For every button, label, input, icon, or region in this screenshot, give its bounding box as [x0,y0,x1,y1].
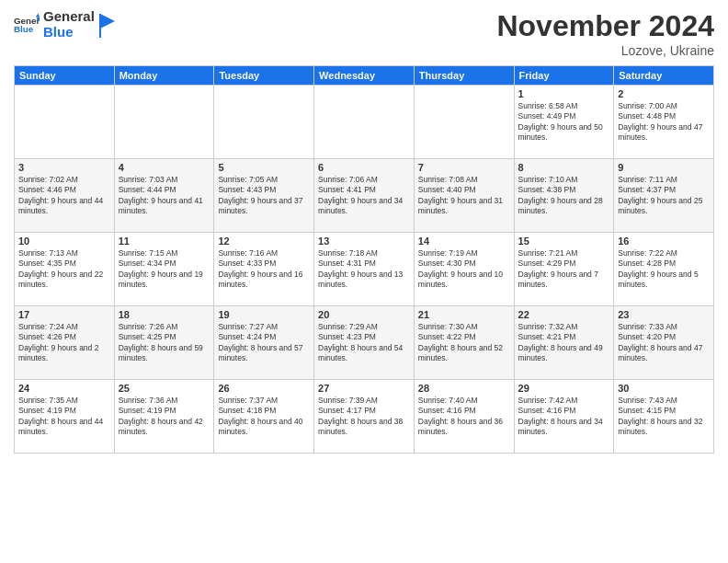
day-number: 4 [119,162,210,173]
day-info: Sunrise: 7:11 AM Sunset: 4:37 PM Dayligh… [618,175,710,217]
day-info: Sunrise: 7:18 AM Sunset: 4:31 PM Dayligh… [318,248,410,291]
week-row-5: 24Sunrise: 7:35 AM Sunset: 4:19 PM Dayli… [15,380,714,454]
day-info: Sunrise: 7:35 AM Sunset: 4:19 PM Dayligh… [18,396,110,438]
day-info: Sunrise: 6:58 AM Sunset: 4:49 PM Dayligh… [518,101,610,144]
day-number: 29 [518,383,610,394]
week-row-2: 3Sunrise: 7:02 AM Sunset: 4:46 PM Daylig… [15,159,714,233]
day-info: Sunrise: 7:21 AM Sunset: 4:29 PM Dayligh… [518,248,610,291]
day-info: Sunrise: 7:08 AM Sunset: 4:40 PM Dayligh… [418,175,510,217]
logo: General Blue General Blue [14,9,117,40]
day-number: 3 [18,162,110,173]
calendar-cell-w1-d4 [314,86,415,159]
day-info: Sunrise: 7:39 AM Sunset: 4:17 PM Dayligh… [318,396,410,438]
calendar-cell-w4-d2: 18Sunrise: 7:26 AM Sunset: 4:25 PM Dayli… [114,306,214,380]
day-number: 14 [418,236,510,247]
calendar-cell-w3-d2: 11Sunrise: 7:15 AM Sunset: 4:34 PM Dayli… [114,233,214,306]
day-number: 11 [119,236,210,247]
calendar-cell-w4-d3: 19Sunrise: 7:27 AM Sunset: 4:24 PM Dayli… [214,306,314,380]
calendar-cell-w2-d1: 3Sunrise: 7:02 AM Sunset: 4:46 PM Daylig… [15,159,115,233]
calendar-cell-w2-d6: 8Sunrise: 7:10 AM Sunset: 4:38 PM Daylig… [514,159,614,233]
logo-general: General [43,9,95,25]
day-info: Sunrise: 7:00 AM Sunset: 4:48 PM Dayligh… [618,101,710,144]
day-info: Sunrise: 7:26 AM Sunset: 4:25 PM Dayligh… [119,322,210,364]
day-number: 16 [618,236,710,247]
calendar-cell-w2-d7: 9Sunrise: 7:11 AM Sunset: 4:37 PM Daylig… [614,159,714,233]
col-friday: Friday [514,66,614,86]
day-number: 20 [318,309,410,320]
calendar-cell-w4-d1: 17Sunrise: 7:24 AM Sunset: 4:26 PM Dayli… [15,306,115,380]
day-number: 15 [518,236,610,247]
title-block: November 2024 Lozove, Ukraine [496,9,714,58]
calendar-cell-w1-d7: 2Sunrise: 7:00 AM Sunset: 4:48 PM Daylig… [614,86,714,159]
calendar-table: Sunday Monday Tuesday Wednesday Thursday… [14,65,714,454]
day-number: 25 [119,383,210,394]
day-number: 12 [218,236,310,247]
day-info: Sunrise: 7:16 AM Sunset: 4:33 PM Dayligh… [218,248,310,291]
day-number: 7 [418,162,510,173]
day-info: Sunrise: 7:22 AM Sunset: 4:28 PM Dayligh… [618,248,710,291]
logo-flag-icon [98,12,117,38]
calendar-cell-w5-d3: 26Sunrise: 7:37 AM Sunset: 4:18 PM Dayli… [214,380,314,454]
calendar-cell-w1-d2 [114,86,214,159]
week-row-3: 10Sunrise: 7:13 AM Sunset: 4:35 PM Dayli… [15,233,714,306]
day-info: Sunrise: 7:40 AM Sunset: 4:16 PM Dayligh… [418,396,510,438]
svg-marker-3 [37,17,40,20]
day-info: Sunrise: 7:33 AM Sunset: 4:20 PM Dayligh… [618,322,710,364]
day-number: 5 [218,162,310,173]
day-number: 13 [318,236,410,247]
header: General Blue General Blue November 2024 … [14,9,714,58]
calendar-cell-w3-d1: 10Sunrise: 7:13 AM Sunset: 4:35 PM Dayli… [15,233,115,306]
col-wednesday: Wednesday [314,66,415,86]
day-number: 27 [318,383,410,394]
calendar-header-row: Sunday Monday Tuesday Wednesday Thursday… [15,66,714,86]
svg-text:Blue: Blue [14,24,34,34]
day-info: Sunrise: 7:42 AM Sunset: 4:16 PM Dayligh… [518,396,610,438]
calendar-cell-w2-d3: 5Sunrise: 7:05 AM Sunset: 4:43 PM Daylig… [214,159,314,233]
day-info: Sunrise: 7:37 AM Sunset: 4:18 PM Dayligh… [218,396,310,438]
day-number: 6 [318,162,410,173]
day-number: 19 [218,309,310,320]
day-info: Sunrise: 7:27 AM Sunset: 4:24 PM Dayligh… [218,322,310,364]
day-number: 2 [618,88,710,99]
day-info: Sunrise: 7:30 AM Sunset: 4:22 PM Dayligh… [418,322,510,364]
calendar-cell-w3-d7: 16Sunrise: 7:22 AM Sunset: 4:28 PM Dayli… [614,233,714,306]
week-row-1: 1Sunrise: 6:58 AM Sunset: 4:49 PM Daylig… [15,86,714,159]
day-info: Sunrise: 7:03 AM Sunset: 4:44 PM Dayligh… [119,175,210,217]
day-info: Sunrise: 7:19 AM Sunset: 4:30 PM Dayligh… [418,248,510,291]
day-info: Sunrise: 7:13 AM Sunset: 4:35 PM Dayligh… [18,248,110,291]
day-info: Sunrise: 7:32 AM Sunset: 4:21 PM Dayligh… [518,322,610,364]
day-number: 1 [518,88,610,99]
calendar-cell-w5-d7: 30Sunrise: 7:43 AM Sunset: 4:15 PM Dayli… [614,380,714,454]
calendar-cell-w1-d1 [15,86,115,159]
day-info: Sunrise: 7:10 AM Sunset: 4:38 PM Dayligh… [518,175,610,217]
day-info: Sunrise: 7:36 AM Sunset: 4:19 PM Dayligh… [119,396,210,438]
calendar-cell-w5-d1: 24Sunrise: 7:35 AM Sunset: 4:19 PM Dayli… [15,380,115,454]
page: General Blue General Blue November 2024 … [0,0,728,563]
logo-icon: General Blue [14,12,40,38]
col-sunday: Sunday [15,66,115,86]
calendar-cell-w5-d4: 27Sunrise: 7:39 AM Sunset: 4:17 PM Dayli… [314,380,415,454]
calendar-cell-w1-d5 [414,86,514,159]
day-number: 18 [119,309,210,320]
day-number: 26 [218,383,310,394]
day-number: 8 [518,162,610,173]
calendar-cell-w5-d5: 28Sunrise: 7:40 AM Sunset: 4:16 PM Dayli… [414,380,514,454]
day-number: 30 [618,383,710,394]
day-info: Sunrise: 7:15 AM Sunset: 4:34 PM Dayligh… [119,248,210,291]
calendar-cell-w4-d6: 22Sunrise: 7:32 AM Sunset: 4:21 PM Dayli… [514,306,614,380]
day-number: 10 [18,236,110,247]
col-monday: Monday [114,66,214,86]
calendar-cell-w3-d6: 15Sunrise: 7:21 AM Sunset: 4:29 PM Dayli… [514,233,614,306]
calendar-subtitle: Lozove, Ukraine [496,43,714,58]
day-info: Sunrise: 7:24 AM Sunset: 4:26 PM Dayligh… [18,322,110,364]
day-info: Sunrise: 7:05 AM Sunset: 4:43 PM Dayligh… [218,175,310,217]
day-number: 23 [618,309,710,320]
calendar-cell-w2-d4: 6Sunrise: 7:06 AM Sunset: 4:41 PM Daylig… [314,159,415,233]
calendar-cell-w4-d4: 20Sunrise: 7:29 AM Sunset: 4:23 PM Dayli… [314,306,415,380]
svg-marker-4 [100,14,115,29]
day-info: Sunrise: 7:06 AM Sunset: 4:41 PM Dayligh… [318,175,410,217]
calendar-cell-w3-d3: 12Sunrise: 7:16 AM Sunset: 4:33 PM Dayli… [214,233,314,306]
day-number: 9 [618,162,710,173]
logo-blue: Blue [43,25,95,40]
day-info: Sunrise: 7:02 AM Sunset: 4:46 PM Dayligh… [18,175,110,217]
